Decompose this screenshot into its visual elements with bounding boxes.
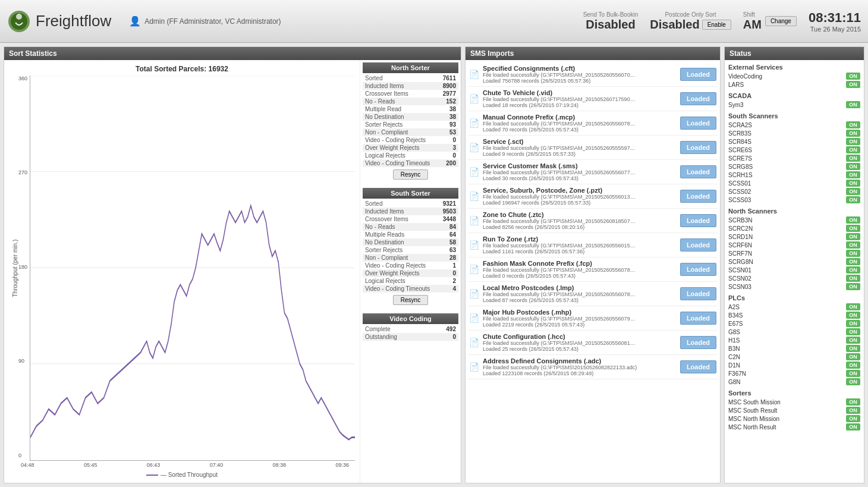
sms-item: 📄 Service Customer Mask (.sms) File load… xyxy=(468,160,718,184)
status-row: D1N ON xyxy=(728,361,860,369)
file-icon: 📄 xyxy=(469,240,479,250)
status-indicator: ON xyxy=(846,216,860,224)
sms-item-name: Service Customer Mask (.sms) xyxy=(483,162,677,169)
status-row: G8N ON xyxy=(728,378,860,386)
logo-icon xyxy=(7,10,31,33)
status-name: SCSS01 xyxy=(728,180,751,187)
sms-item-info: Manual Connote Prefix (.mcp) File loaded… xyxy=(483,114,677,133)
south-sorter-row: Video - Coding Rejects1 xyxy=(363,262,458,269)
postcode-sort-group: Postcode Only Sort Disabled Enable xyxy=(650,11,731,32)
status-indicator: ON xyxy=(846,378,860,385)
status-row: SCSN01 ON xyxy=(728,266,860,274)
status-indicator: ON xyxy=(846,138,860,145)
status-indicator: ON xyxy=(846,196,860,203)
sms-status-button[interactable]: Loaded xyxy=(680,92,716,105)
status-name: A2S xyxy=(728,304,740,310)
sms-status-button[interactable]: Loaded xyxy=(680,117,716,130)
north-sorter-row: No - Reads152 xyxy=(363,98,458,105)
status-indicator: ON xyxy=(846,398,860,406)
status-name: SCRE7S xyxy=(728,155,752,162)
file-icon: 📄 xyxy=(469,362,479,372)
row-value: 492 xyxy=(446,326,456,332)
row-value: 4 xyxy=(452,285,456,292)
legend-line xyxy=(146,475,158,476)
file-icon: 📄 xyxy=(469,265,479,274)
sms-item-loaded: Loaded 196947 records (26/5/2015 05:57:3… xyxy=(483,200,677,206)
sms-item-loaded: Loaded 87 records (26/5/2015 05:57:43) xyxy=(483,297,677,303)
status-row: E67S ON xyxy=(728,319,860,328)
file-icon: 📄 xyxy=(469,216,479,225)
sms-item: 📄 Specified Consignments (.cft) File loa… xyxy=(468,62,718,87)
row-label: Crossover Items xyxy=(365,90,408,97)
status-indicator: ON xyxy=(846,121,860,128)
file-icon: 📄 xyxy=(469,70,479,79)
chart-area: Total Sorted Parcels: 16932 Throughput (… xyxy=(4,60,360,483)
sms-item-info: Address Defined Consignments (.adc) File… xyxy=(483,357,677,376)
file-icon: 📄 xyxy=(469,143,479,152)
status-name: SCRB3N xyxy=(728,217,753,224)
sms-status-button[interactable]: Loaded xyxy=(680,287,716,300)
south-resync-button[interactable]: Resync xyxy=(393,295,428,305)
sms-item-path: File loaded successfully (G:\FTP\SMS\AM_… xyxy=(483,194,637,200)
status-name: SCSN02 xyxy=(728,275,751,282)
sms-item-info: Specified Consignments (.cft) File loade… xyxy=(483,65,677,84)
status-row: SCSS03 ON xyxy=(728,196,860,204)
status-indicator: ON xyxy=(846,275,860,282)
status-indicator: ON xyxy=(846,423,860,431)
row-label: Video - Coding Timeouts xyxy=(365,160,430,166)
file-icon: 📄 xyxy=(469,118,479,128)
sms-item-path: File loaded successfully (G:\FTP\SMS\201… xyxy=(483,365,637,370)
status-indicator: ON xyxy=(846,303,860,310)
status-row: SCRH1S ON xyxy=(728,171,860,179)
enable-button[interactable]: Enable xyxy=(702,20,731,30)
row-value: 58 xyxy=(449,239,456,246)
sms-status-button[interactable]: Loaded xyxy=(680,360,716,373)
status-row: SCSS02 ON xyxy=(728,187,860,196)
sms-item: 📄 Chute To Vehicle (.vid) File loaded su… xyxy=(468,87,718,111)
status-name: E67S xyxy=(728,321,743,327)
clock-time: 08:31:11 xyxy=(809,10,861,26)
sms-status-button[interactable]: Loaded xyxy=(680,238,716,252)
row-value: 38 xyxy=(449,106,456,112)
sms-item-path: File loaded successfully (G:\FTP\SMS\AM_… xyxy=(483,145,637,151)
y-axis-label: Throughput (per min.) xyxy=(9,76,18,461)
row-value: 93 xyxy=(449,121,456,128)
sms-status-button[interactable]: Loaded xyxy=(680,336,716,349)
sms-item-info: Fashion Mask Connote Prefix (.fcp) File … xyxy=(483,260,677,279)
main: Sort Statistics Total Sorted Parcels: 16… xyxy=(0,43,868,487)
status-name: SCRD1N xyxy=(728,234,753,240)
sms-status-button[interactable]: Loaded xyxy=(680,68,716,81)
status-indicator: ON xyxy=(846,415,860,422)
status-row: SCRF6N ON xyxy=(728,241,860,249)
sms-status-button[interactable]: Loaded xyxy=(680,263,716,276)
header-controls: Send To Bulk-Bookin Disabled Postcode On… xyxy=(583,10,861,33)
sms-status-button[interactable]: Loaded xyxy=(680,141,716,154)
status-indicator: ON xyxy=(846,241,860,249)
sms-status-button[interactable]: Loaded xyxy=(680,165,716,178)
sms-status-button[interactable]: Loaded xyxy=(680,214,716,227)
sms-status-button[interactable]: Loaded xyxy=(680,312,716,325)
file-icon: 📄 xyxy=(469,191,479,201)
sms-imports-panel: SMS Imports 📄 Specified Consignments (.c… xyxy=(465,46,721,483)
sms-item-loaded: Loaded 25 records (26/5/2015 05:57:43) xyxy=(483,346,677,352)
status-name: VideoCoding xyxy=(728,73,762,80)
south-sorter-row: Over Weight Rejects0 xyxy=(363,269,458,277)
status-indicator: ON xyxy=(846,101,860,108)
row-label: Multiple Read xyxy=(365,106,401,112)
sms-status-button[interactable]: Loaded xyxy=(680,190,716,203)
row-value: 0 xyxy=(452,152,456,159)
sorter-tables: North Sorter Sorted7611Inducted Items890… xyxy=(360,60,461,483)
row-value: 38 xyxy=(449,114,456,120)
status-indicator: ON xyxy=(846,362,860,369)
video-coding-header: Video Coding xyxy=(363,313,458,324)
status-indicator: ON xyxy=(846,81,860,88)
sms-item-info: Service (.sct) File loaded successfully … xyxy=(483,138,677,157)
file-icon: 📄 xyxy=(469,94,479,103)
status-indicator: ON xyxy=(846,73,860,80)
row-value: 152 xyxy=(446,98,456,105)
sms-item: 📄 Chute Configuration (.hcc) File loaded… xyxy=(468,331,718,355)
north-resync-button[interactable]: Resync xyxy=(393,169,428,180)
row-value: 8900 xyxy=(443,83,456,89)
sms-item: 📄 Local Metro Postcodes (.lmp) File load… xyxy=(468,282,718,306)
change-button[interactable]: Change xyxy=(765,16,797,26)
